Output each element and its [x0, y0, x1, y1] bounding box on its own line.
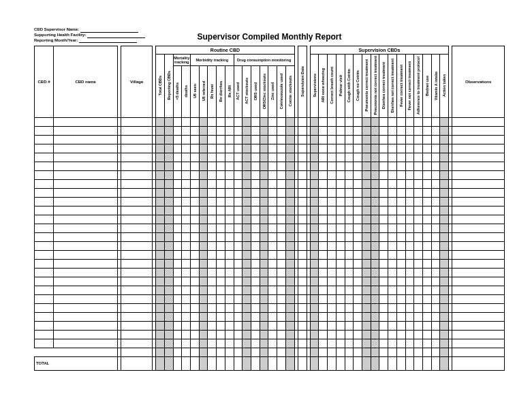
- cell[interactable]: [319, 330, 328, 339]
- cell[interactable]: [354, 170, 362, 179]
- cell[interactable]: [251, 170, 260, 179]
- cell[interactable]: [268, 312, 277, 321]
- cell[interactable]: [319, 259, 328, 268]
- cell[interactable]: [345, 117, 354, 126]
- cell[interactable]: [405, 162, 414, 170]
- cell[interactable]: [371, 170, 379, 179]
- cell[interactable]: [345, 259, 354, 268]
- cell[interactable]: [156, 321, 165, 330]
- cell[interactable]: [371, 294, 379, 303]
- cell[interactable]: [260, 135, 268, 144]
- cell[interactable]: [277, 126, 286, 135]
- cell[interactable]: [260, 153, 268, 162]
- cell[interactable]: [405, 294, 414, 303]
- cell[interactable]: [452, 206, 505, 215]
- cell[interactable]: [319, 215, 328, 224]
- cell[interactable]: [225, 153, 234, 162]
- cell[interactable]: [336, 348, 345, 356]
- cell[interactable]: [362, 348, 371, 356]
- cell[interactable]: [298, 321, 307, 330]
- cell[interactable]: [285, 232, 294, 241]
- cell[interactable]: [396, 259, 405, 268]
- cell[interactable]: [452, 135, 505, 144]
- cell[interactable]: [440, 188, 449, 197]
- cell[interactable]: [405, 117, 414, 126]
- cell[interactable]: [173, 162, 182, 170]
- cell[interactable]: [268, 250, 277, 259]
- cell[interactable]: [35, 321, 54, 330]
- cell[interactable]: [396, 232, 405, 241]
- cell[interactable]: [310, 348, 319, 356]
- cell[interactable]: [298, 215, 307, 224]
- cell[interactable]: [354, 188, 362, 197]
- cell[interactable]: [431, 339, 440, 348]
- cell[interactable]: [251, 259, 260, 268]
- cell[interactable]: [53, 224, 117, 232]
- cell[interactable]: [354, 126, 362, 135]
- cell[interactable]: [199, 294, 208, 303]
- cell[interactable]: [121, 321, 153, 330]
- cell[interactable]: [208, 250, 217, 259]
- cell[interactable]: [225, 303, 234, 312]
- cell[interactable]: [362, 277, 371, 286]
- cell[interactable]: [53, 303, 117, 312]
- cell[interactable]: [173, 268, 182, 277]
- cell[interactable]: [414, 179, 423, 188]
- cell[interactable]: [405, 197, 414, 206]
- cell[interactable]: [35, 153, 54, 162]
- cell[interactable]: [345, 206, 354, 215]
- cell[interactable]: [345, 162, 354, 170]
- cell[interactable]: [277, 286, 286, 294]
- cell[interactable]: [379, 179, 388, 188]
- cell[interactable]: [423, 277, 432, 286]
- cell[interactable]: [182, 117, 191, 126]
- cell[interactable]: [379, 126, 388, 135]
- cell[interactable]: [336, 144, 345, 153]
- cell[interactable]: [121, 330, 153, 339]
- cell[interactable]: [190, 286, 199, 294]
- cell[interactable]: [354, 250, 362, 259]
- cell[interactable]: [251, 250, 260, 259]
- cell[interactable]: [371, 268, 379, 277]
- cell[interactable]: [217, 153, 225, 162]
- cell[interactable]: [35, 144, 54, 153]
- cell[interactable]: [298, 330, 307, 339]
- cell[interactable]: [208, 303, 217, 312]
- cell[interactable]: [423, 162, 432, 170]
- cell[interactable]: [242, 144, 251, 153]
- cell[interactable]: [217, 179, 225, 188]
- cell[interactable]: [164, 224, 173, 232]
- cell[interactable]: [268, 179, 277, 188]
- cell[interactable]: [268, 321, 277, 330]
- cell[interactable]: [440, 135, 449, 144]
- cell[interactable]: [121, 356, 153, 370]
- cell[interactable]: [225, 117, 234, 126]
- cell[interactable]: [371, 188, 379, 197]
- cell[interactable]: [414, 135, 423, 144]
- cell[interactable]: [208, 321, 217, 330]
- cell[interactable]: [345, 232, 354, 241]
- cell[interactable]: [35, 126, 54, 135]
- cell[interactable]: [234, 339, 242, 348]
- cell[interactable]: [199, 215, 208, 224]
- cell[interactable]: [354, 206, 362, 215]
- cell[interactable]: [199, 250, 208, 259]
- cell[interactable]: [298, 294, 307, 303]
- cell[interactable]: [190, 224, 199, 232]
- cell[interactable]: [121, 162, 153, 170]
- cell[interactable]: [260, 224, 268, 232]
- cell[interactable]: [379, 321, 388, 330]
- cell[interactable]: [277, 232, 286, 241]
- cell[interactable]: [260, 179, 268, 188]
- cell[interactable]: [452, 250, 505, 259]
- cell[interactable]: [423, 117, 432, 126]
- cell[interactable]: [396, 224, 405, 232]
- cell[interactable]: [379, 135, 388, 144]
- cell[interactable]: [53, 197, 117, 206]
- cell[interactable]: [371, 144, 379, 153]
- cell[interactable]: [268, 286, 277, 294]
- cell[interactable]: [121, 294, 153, 303]
- cell[interactable]: [328, 259, 337, 268]
- cell[interactable]: [164, 312, 173, 321]
- cell[interactable]: [405, 241, 414, 250]
